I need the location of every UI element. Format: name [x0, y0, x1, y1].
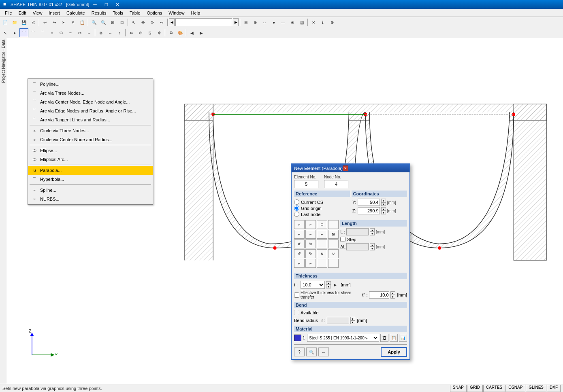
cartes-btn[interactable]: CARTES [483, 385, 505, 392]
tb2-spline[interactable]: ~ [66, 28, 75, 37]
shape-btn-16[interactable]: ∪ [328, 249, 339, 258]
t-spin-down[interactable]: ▼ [326, 285, 331, 288]
tb-grid[interactable]: ⊞ [241, 18, 250, 27]
tb-nav-next[interactable]: ▶ [233, 18, 239, 26]
tb2-ellipse[interactable]: ⬭ [57, 28, 66, 37]
tb-delete[interactable]: ✕ [309, 18, 318, 27]
t-prime-spin-up[interactable]: ▲ [390, 291, 395, 295]
tb2-extend[interactable]: → [85, 28, 94, 37]
tb2-node[interactable]: ● [10, 28, 19, 37]
material-btn-1[interactable]: 🖼 [380, 334, 388, 342]
menu-window[interactable]: Window [165, 10, 188, 16]
dxf-btn[interactable]: DXF [547, 385, 561, 392]
menu-results[interactable]: Results [88, 10, 110, 16]
tb-copy[interactable]: ⎘ [68, 18, 77, 27]
l-spin-down[interactable]: ▼ [370, 232, 375, 235]
tb-mirror[interactable]: ⇔ [157, 18, 166, 27]
r-spin-down[interactable]: ▼ [350, 320, 355, 324]
shape-btn-17[interactable]: ⌐ [294, 259, 305, 268]
radio-grid-origin-input[interactable] [294, 206, 299, 211]
shape-btn-18[interactable]: ⌐ [305, 259, 316, 268]
ctx-arc-edge-radius[interactable]: ⌒ Arc via Edge Nodes and Radius, Angle o… [28, 106, 153, 115]
material-btn-2[interactable]: 📋 [390, 334, 398, 342]
tb2-polyline[interactable]: ⌒ [29, 28, 38, 37]
ctx-hyperbola[interactable]: ⌒ Hyperbola... [28, 175, 153, 184]
tb-element[interactable]: — [279, 18, 288, 27]
shape-btn-5[interactable]: ⌐ [294, 230, 305, 239]
tb-open[interactable]: 📁 [10, 18, 19, 27]
tb2-color[interactable]: 🎨 [176, 28, 185, 37]
r-input[interactable] [327, 317, 349, 324]
material-select[interactable]: Steel S 235 | EN 1993-1-1-200∿ [307, 334, 379, 342]
ctx-arc-tangent[interactable]: ⌒ Arc via Tangent Lines and Radius... [28, 115, 153, 124]
tb-prop[interactable]: ⚙ [328, 18, 337, 27]
menu-view[interactable]: View [30, 10, 46, 16]
context-menu[interactable]: ⌒ Polyline... ⌒ Arc via Three Nodes... ⌒… [28, 78, 153, 205]
tb-zoom-select[interactable]: ⊡ [117, 18, 126, 27]
radio-last-node[interactable]: Last node [294, 212, 350, 217]
shape-btn-19[interactable] [317, 259, 327, 268]
r-spin-up[interactable]: ▲ [350, 317, 355, 320]
dialog-titlebar[interactable]: New Element (Parabola) ✕ [292, 164, 409, 172]
menu-insert[interactable]: Insert [45, 10, 63, 16]
node-no-input[interactable] [324, 180, 348, 188]
tb2-line[interactable]: ⌒ [19, 28, 28, 37]
ctx-circle-three[interactable]: ○ Circle via Three Nodes... [28, 126, 153, 135]
menu-tools[interactable]: Tools [109, 10, 126, 16]
back-button[interactable]: ← [318, 348, 329, 356]
shape-btn-8[interactable]: ⊠ [328, 230, 339, 239]
tb-undo[interactable]: ↩ [41, 18, 49, 27]
tb2-dim2[interactable]: ↕ [115, 28, 124, 37]
radio-last-node-input[interactable] [294, 212, 299, 217]
minimize-button[interactable]: ─ [89, 0, 100, 9]
delta-l-input[interactable] [346, 243, 369, 250]
tb-redo[interactable]: ↪ [50, 18, 59, 27]
y-spin-up[interactable]: ▲ [381, 199, 386, 202]
tb-select[interactable]: ↖ [129, 18, 138, 27]
menu-options[interactable]: Options [143, 10, 165, 16]
glines-btn[interactable]: GLINES [526, 385, 546, 392]
z-input[interactable] [358, 207, 380, 214]
material-btn-3[interactable]: 📊 [399, 334, 407, 342]
tb2-cs[interactable]: ⊗ [96, 28, 105, 37]
shape-btn-2[interactable]: ⌐ [305, 220, 316, 229]
shape-btn-6[interactable]: ⌐ [305, 230, 316, 239]
element-no-input[interactable] [294, 180, 318, 188]
grid-btn[interactable]: GRID [467, 385, 483, 392]
tb2-layers[interactable]: ⧉ [166, 28, 175, 37]
close-button[interactable]: ✕ [112, 0, 123, 9]
ctx-nurbs[interactable]: ~ NURBS... [28, 195, 153, 203]
tb2-rotate[interactable]: ⟳ [136, 28, 145, 37]
menu-calculate[interactable]: Calculate [63, 10, 88, 16]
tb-nav-prev[interactable]: ◀ [169, 18, 175, 26]
y-spin-down[interactable]: ▼ [381, 202, 386, 206]
tb2-select[interactable]: ↖ [1, 28, 10, 37]
menu-file[interactable]: File [2, 10, 15, 16]
ctx-circle-center[interactable]: ○ Circle via Center Node and Radius... [28, 135, 153, 144]
z-spin-up[interactable]: ▲ [381, 207, 386, 211]
shape-btn-20[interactable] [328, 259, 339, 268]
ctx-spline[interactable]: ~ Spline... [28, 186, 153, 195]
menu-edit[interactable]: Edit [15, 10, 30, 16]
tb2-trim[interactable]: ✂ [75, 28, 84, 37]
tb-snap[interactable]: ⊕ [251, 18, 260, 27]
tb-info[interactable]: ℹ [318, 18, 327, 27]
tb2-dim1[interactable]: ↔ [106, 28, 115, 37]
snap-btn[interactable]: SNAP [450, 385, 467, 392]
tb2-arc[interactable]: ⌒ [38, 28, 47, 37]
t-spin-up[interactable]: ▲ [326, 281, 331, 285]
tb-print[interactable]: 🖨 [29, 18, 38, 27]
y-input[interactable] [358, 199, 380, 206]
tb-zoom-in[interactable]: 🔍 [90, 18, 98, 27]
t-prime-input[interactable] [369, 291, 389, 299]
tb-node[interactable]: ● [269, 18, 278, 27]
tb-cut[interactable]: ✂ [59, 18, 68, 27]
apply-button[interactable]: Apply [381, 347, 407, 357]
osnap-btn[interactable]: OSNAP [505, 385, 525, 392]
radio-grid-origin[interactable]: Grid origin [294, 206, 350, 211]
z-spin-down[interactable]: ▼ [381, 211, 386, 214]
tb-rotate[interactable]: ⟳ [148, 18, 157, 27]
tb2-nav2[interactable]: ▶ [197, 28, 206, 37]
tb-section-dropdown[interactable] [175, 18, 232, 26]
ctx-arc-three-nodes[interactable]: ⌒ Arc via Three Nodes... [28, 89, 153, 97]
